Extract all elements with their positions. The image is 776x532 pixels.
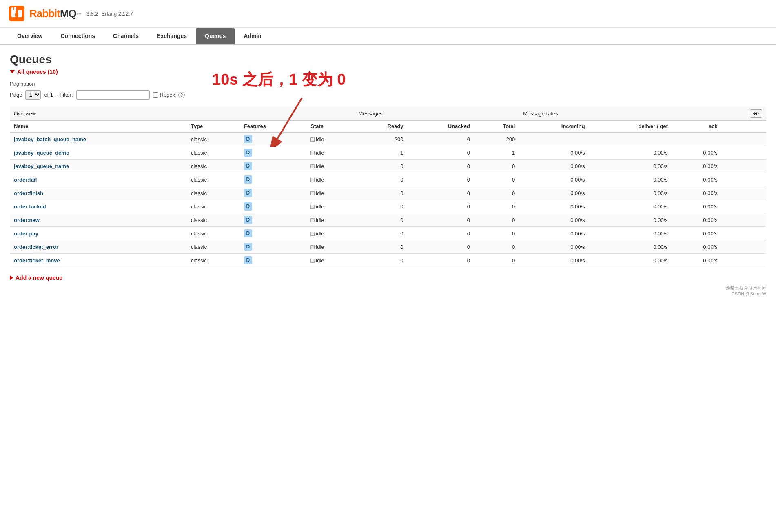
help-badge[interactable]: ? bbox=[178, 92, 185, 98]
cell-incoming: 0.00/s bbox=[519, 186, 589, 200]
section-messages: Messages bbox=[355, 107, 519, 121]
cell-state: idle bbox=[306, 160, 354, 173]
table-row: order:fail classic D idle 0 0 0 0.00/s 0… bbox=[10, 173, 766, 186]
cell-state: idle bbox=[306, 186, 354, 200]
col-header-row: Name Type Features State Ready Unacked T… bbox=[10, 121, 766, 133]
nav-admin[interactable]: Admin bbox=[235, 28, 270, 44]
cell-incoming: 0.00/s bbox=[519, 254, 589, 267]
cell-ack: 0.00/s bbox=[672, 213, 722, 227]
section-message-rates: Message rates bbox=[519, 107, 722, 121]
cell-ready: 0 bbox=[355, 240, 408, 254]
cell-ready: 0 bbox=[355, 213, 408, 227]
pagination-row: Page 1 of 1 - Filter: Regex ? bbox=[10, 90, 766, 100]
cell-name[interactable]: javaboy_batch_queue_name bbox=[10, 132, 187, 146]
cell-state: idle bbox=[306, 240, 354, 254]
cell-name[interactable]: order:finish bbox=[10, 186, 187, 200]
cell-type: classic bbox=[187, 160, 240, 173]
cell-name[interactable]: order:ticket_move bbox=[10, 254, 187, 267]
of-label: of 1 bbox=[44, 92, 53, 98]
footer-credit: @稀土掘金技术社区 CSDN @SuperW bbox=[10, 285, 766, 296]
cell-spacer bbox=[722, 173, 766, 186]
logo-text: RabbitMQ™ bbox=[29, 7, 82, 20]
cell-ack: 0.00/s bbox=[672, 254, 722, 267]
cell-total: 0 bbox=[474, 186, 519, 200]
cell-ack: 0.00/s bbox=[672, 227, 722, 240]
cell-type: classic bbox=[187, 173, 240, 186]
collapse-icon bbox=[10, 70, 15, 73]
version-number: 3.8.2 bbox=[86, 11, 98, 17]
cell-feature: D bbox=[240, 132, 306, 146]
cell-feature: D bbox=[240, 173, 306, 186]
plus-minus-button[interactable]: +/- bbox=[750, 109, 762, 118]
cell-incoming: 0.00/s bbox=[519, 160, 589, 173]
col-features: Features bbox=[240, 121, 306, 133]
cell-name[interactable]: order:locked bbox=[10, 200, 187, 213]
cell-total: 0 bbox=[474, 173, 519, 186]
col-spacer bbox=[722, 121, 766, 133]
cell-state: idle bbox=[306, 213, 354, 227]
cell-spacer bbox=[722, 160, 766, 173]
cell-spacer bbox=[722, 186, 766, 200]
cell-total: 200 bbox=[474, 132, 519, 146]
nav-queues[interactable]: Queues bbox=[196, 28, 235, 44]
cell-feature: D bbox=[240, 146, 306, 160]
cell-name[interactable]: order:ticket_error bbox=[10, 240, 187, 254]
cell-ready: 0 bbox=[355, 227, 408, 240]
add-queue-section[interactable]: Add a new queue bbox=[10, 275, 766, 281]
table-row: order:pay classic D idle 0 0 0 0.00/s 0.… bbox=[10, 227, 766, 240]
rabbitmq-logo-icon bbox=[8, 5, 25, 22]
cell-spacer bbox=[722, 132, 766, 146]
nav-channels[interactable]: Channels bbox=[104, 28, 148, 44]
cell-deliver-get: 0.00/s bbox=[589, 254, 672, 267]
cell-deliver-get: 0.00/s bbox=[589, 160, 672, 173]
cell-incoming: 0.00/s bbox=[519, 173, 589, 186]
nav-overview[interactable]: Overview bbox=[8, 28, 51, 44]
cell-name[interactable]: order:new bbox=[10, 213, 187, 227]
nav-connections[interactable]: Connections bbox=[51, 28, 104, 44]
svg-rect-4 bbox=[14, 7, 16, 11]
table-row: order:new classic D idle 0 0 0 0.00/s 0.… bbox=[10, 213, 766, 227]
cell-name[interactable]: order:fail bbox=[10, 173, 187, 186]
svg-rect-1 bbox=[11, 10, 16, 17]
cell-unacked: 0 bbox=[408, 160, 474, 173]
filter-input[interactable] bbox=[76, 90, 150, 100]
nav-exchanges[interactable]: Exchanges bbox=[148, 28, 196, 44]
cell-name[interactable]: javaboy_queue_demo bbox=[10, 146, 187, 160]
cell-type: classic bbox=[187, 254, 240, 267]
cell-state: idle bbox=[306, 173, 354, 186]
page-select[interactable]: 1 bbox=[25, 90, 41, 100]
cell-unacked: 0 bbox=[408, 254, 474, 267]
page-title: Queues bbox=[10, 53, 766, 66]
cell-feature: D bbox=[240, 186, 306, 200]
cell-ready: 0 bbox=[355, 160, 408, 173]
cell-unacked: 0 bbox=[408, 200, 474, 213]
cell-state: idle bbox=[306, 132, 354, 146]
table-row: order:ticket_error classic D idle 0 0 0 … bbox=[10, 240, 766, 254]
cell-ack: 0.00/s bbox=[672, 200, 722, 213]
cell-name[interactable]: javaboy_queue_name bbox=[10, 160, 187, 173]
plus-minus-cell: +/- bbox=[722, 107, 766, 121]
cell-state: idle bbox=[306, 227, 354, 240]
cell-name[interactable]: order:pay bbox=[10, 227, 187, 240]
cell-incoming: 0.00/s bbox=[519, 213, 589, 227]
cell-ack: 0.00/s bbox=[672, 146, 722, 160]
col-incoming: incoming bbox=[519, 121, 589, 133]
cell-state: idle bbox=[306, 146, 354, 160]
cell-deliver-get bbox=[589, 132, 672, 146]
cell-spacer bbox=[722, 213, 766, 227]
col-total: Total bbox=[474, 121, 519, 133]
all-queues-toggle[interactable]: All queues (10) bbox=[10, 69, 766, 75]
regex-label: Regex bbox=[153, 92, 175, 98]
cell-spacer bbox=[722, 227, 766, 240]
filter-label: - Filter: bbox=[56, 92, 73, 98]
cell-feature: D bbox=[240, 227, 306, 240]
cell-deliver-get: 0.00/s bbox=[589, 186, 672, 200]
regex-checkbox[interactable] bbox=[153, 92, 158, 98]
credit-line2: CSDN @SuperW bbox=[10, 291, 766, 296]
cell-ready: 200 bbox=[355, 132, 408, 146]
cell-spacer bbox=[722, 200, 766, 213]
table-row: javaboy_batch_queue_name classic D idle … bbox=[10, 132, 766, 146]
cell-ack: 0.00/s bbox=[672, 160, 722, 173]
pagination-label: Pagination bbox=[10, 81, 766, 87]
col-type: Type bbox=[187, 121, 240, 133]
